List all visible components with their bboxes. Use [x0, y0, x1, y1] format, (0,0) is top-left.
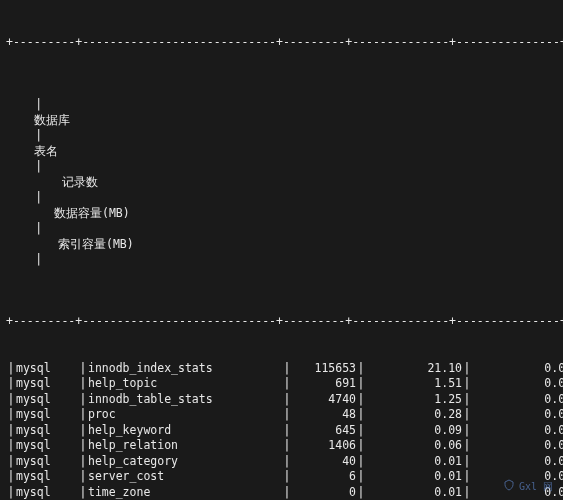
table-row: |mysql|time_zone|0|0.01|0.00| — [6, 485, 561, 500]
cell-name: help_topic — [88, 376, 282, 392]
watermark-text: Gxl 网 — [519, 480, 553, 494]
table-row: |mysql|help_relation|1406|0.06|0.00| — [6, 438, 561, 454]
cell-idx: 0.00 — [472, 361, 563, 377]
terminal-output: +---------+----------------------------+… — [0, 0, 563, 500]
cell-db: mysql — [16, 454, 78, 470]
cell-db: mysql — [16, 376, 78, 392]
cell-db: mysql — [16, 469, 78, 485]
col-header-idx: 索引容量(MB) — [34, 237, 134, 253]
cell-idx: 0.00 — [472, 392, 563, 408]
col-header-rec: 记录数 — [34, 175, 98, 191]
col-header-db: 数据库 — [34, 113, 96, 129]
shield-icon — [503, 479, 515, 495]
cell-rec: 48 — [292, 407, 356, 423]
cell-name: help_category — [88, 454, 282, 470]
cell-rec: 4740 — [292, 392, 356, 408]
cell-data: 0.01 — [366, 454, 462, 470]
cell-rec: 1406 — [292, 438, 356, 454]
cell-data: 0.28 — [366, 407, 462, 423]
table-row: |mysql|help_keyword|645|0.09|0.07| — [6, 423, 561, 439]
table-row: |mysql|proc|48|0.28|0.00| — [6, 407, 561, 423]
cell-data: 1.51 — [366, 376, 462, 392]
table-row: |mysql|help_category|40|0.01|0.01| — [6, 454, 561, 470]
cell-idx: 0.07 — [472, 376, 563, 392]
cell-idx: 0.07 — [472, 423, 563, 439]
table-row: |mysql|server_cost|6|0.01|0.00| — [6, 469, 561, 485]
table-row: |mysql|innodb_index_stats|115653|21.10|0… — [6, 361, 561, 377]
cell-name: innodb_index_stats — [88, 361, 282, 377]
cell-data: 0.06 — [366, 438, 462, 454]
cell-db: mysql — [16, 392, 78, 408]
col-header-name: 表名 — [34, 144, 228, 160]
cell-name: proc — [88, 407, 282, 423]
table-body: |mysql|innodb_index_stats|115653|21.10|0… — [6, 361, 561, 500]
table-header-row: | 数据库 | 表名 | 记录数 | 数据容量(MB) | 索引容量(MB) | — [6, 82, 561, 284]
cell-rec: 0 — [292, 485, 356, 500]
table-row: |mysql|innodb_table_stats|4740|1.25|0.00… — [6, 392, 561, 408]
cell-data: 0.01 — [366, 469, 462, 485]
cell-idx: 0.00 — [472, 407, 563, 423]
cell-db: mysql — [16, 485, 78, 500]
cell-data: 0.09 — [366, 423, 462, 439]
watermark: Gxl 网 — [503, 479, 553, 495]
cell-data: 0.01 — [366, 485, 462, 500]
cell-db: mysql — [16, 423, 78, 439]
cell-db: mysql — [16, 361, 78, 377]
cell-rec: 6 — [292, 469, 356, 485]
cell-name: innodb_table_stats — [88, 392, 282, 408]
col-header-data: 数据容量(MB) — [34, 206, 130, 222]
cell-rec: 691 — [292, 376, 356, 392]
cell-rec: 645 — [292, 423, 356, 439]
table-border-top: +---------+----------------------------+… — [6, 35, 561, 51]
cell-db: mysql — [16, 438, 78, 454]
cell-data: 21.10 — [366, 361, 462, 377]
cell-name: help_keyword — [88, 423, 282, 439]
cell-rec: 115653 — [292, 361, 356, 377]
cell-data: 1.25 — [366, 392, 462, 408]
cell-db: mysql — [16, 407, 78, 423]
table-row: |mysql|help_topic|691|1.51|0.07| — [6, 376, 561, 392]
cell-idx: 0.01 — [472, 454, 563, 470]
cell-name: server_cost — [88, 469, 282, 485]
cell-name: help_relation — [88, 438, 282, 454]
table-border-mid: +---------+----------------------------+… — [6, 314, 561, 330]
cell-idx: 0.00 — [472, 438, 563, 454]
cell-rec: 40 — [292, 454, 356, 470]
cell-name: time_zone — [88, 485, 282, 500]
